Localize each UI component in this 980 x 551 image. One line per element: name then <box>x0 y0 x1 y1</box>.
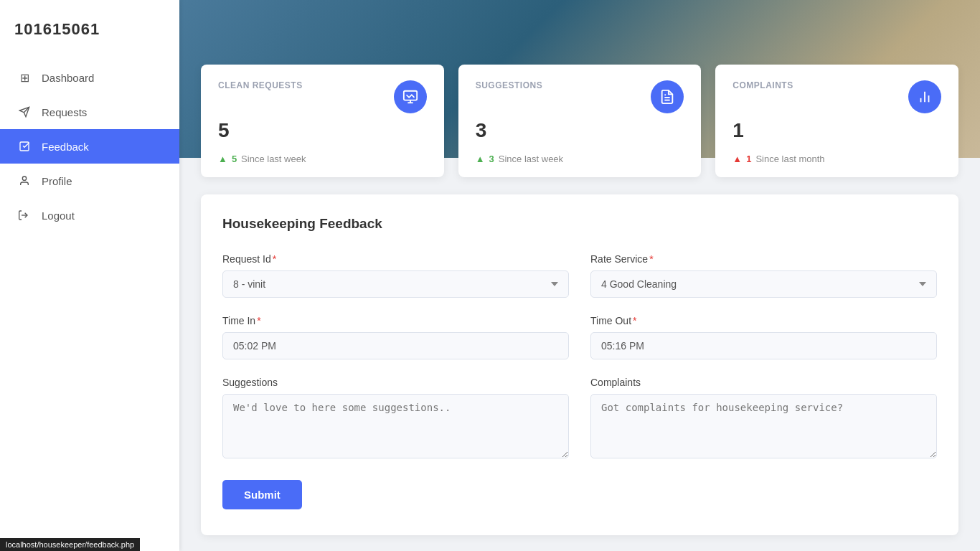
stat-card-complaints: COMPLAINTS 1 ▲ 1 Since last month <box>715 65 958 177</box>
requests-icon <box>17 105 32 119</box>
stat-card-clean-requests: CLEAN REQUESTS 5 ▲ 5 Since last week <box>201 65 444 177</box>
feedback-icon <box>17 139 32 154</box>
time-in-label: Time In* <box>222 315 569 326</box>
form-title: Housekeeping Feedback <box>222 216 937 232</box>
stat-icon-suggestions <box>651 80 684 113</box>
footer-value-suggestions: 3 <box>489 154 494 164</box>
footer-text-complaints: Since last month <box>755 154 824 164</box>
status-bar: localhost/housekeeper/feedback.php <box>0 538 140 551</box>
rate-service-label: Rate Service* <box>590 253 937 265</box>
form-group-request-id: Request Id* 8 - vinit 1 - john 2 - jane <box>222 253 569 298</box>
stat-value-clean-requests: 5 <box>218 119 427 142</box>
svg-rect-2 <box>20 142 29 151</box>
stat-card-suggestions: SUGGESTIONS 3 ▲ 3 Since last week <box>458 65 702 177</box>
profile-icon <box>17 174 32 188</box>
form-group-complaints: Complaints <box>590 377 937 458</box>
stat-label-complaints: COMPLAINTS <box>732 80 793 90</box>
footer-value-clean-requests: 5 <box>232 154 237 164</box>
stat-value-complaints: 1 <box>732 119 941 142</box>
content-area: Housekeeping Feedback Request Id* 8 - vi… <box>179 177 980 551</box>
main-content: CLEAN REQUESTS 5 ▲ 5 Since last week SUG… <box>179 0 980 551</box>
stat-value-suggestions: 3 <box>476 119 684 142</box>
form-group-suggestions: Suggestions <box>222 377 569 458</box>
sidebar-item-label-feedback: Feedback <box>42 141 89 153</box>
form-group-rate-service: Rate Service* 1 Poor 2 Fair 3 Average 4 … <box>590 253 937 298</box>
stat-card-header-suggestions: SUGGESTIONS <box>476 80 684 113</box>
form-row-1: Request Id* 8 - vinit 1 - john 2 - jane … <box>222 253 937 298</box>
logout-icon <box>17 208 32 222</box>
stat-icon-complaints <box>908 80 941 113</box>
trend-icon-clean-requests: ▲ <box>218 154 227 164</box>
sidebar-item-label-dashboard: Dashboard <box>42 72 94 84</box>
sidebar-item-profile[interactable]: Profile <box>0 164 179 198</box>
suggestions-label: Suggestions <box>222 377 569 388</box>
stat-footer-clean-requests: ▲ 5 Since last week <box>218 154 427 164</box>
form-group-time-in: Time In* <box>222 315 569 359</box>
footer-value-complaints: 1 <box>746 154 751 164</box>
stat-label-clean-requests: CLEAN REQUESTS <box>218 80 303 90</box>
status-url: localhost/housekeeper/feedback.php <box>6 540 134 549</box>
rate-service-select[interactable]: 1 Poor 2 Fair 3 Average 4 Good Cleaning … <box>590 270 937 298</box>
sidebar-item-dashboard[interactable]: ⊞ Dashboard <box>0 60 179 95</box>
request-id-select[interactable]: 8 - vinit 1 - john 2 - jane <box>222 270 569 298</box>
time-in-input[interactable] <box>222 332 569 359</box>
stat-card-header-complaints: COMPLAINTS <box>732 80 941 113</box>
trend-icon-complaints: ▲ <box>732 154 742 164</box>
suggestions-textarea[interactable] <box>222 394 569 458</box>
svg-point-3 <box>22 176 26 180</box>
feedback-form-card: Housekeeping Feedback Request Id* 8 - vi… <box>201 194 958 535</box>
sidebar-item-label-profile: Profile <box>42 175 72 187</box>
stats-row: CLEAN REQUESTS 5 ▲ 5 Since last week SUG… <box>179 65 980 177</box>
sidebar-item-feedback[interactable]: Feedback <box>0 129 179 164</box>
footer-text-clean-requests: Since last week <box>241 154 306 164</box>
form-group-time-out: Time Out* <box>590 315 937 359</box>
time-out-label: Time Out* <box>590 315 937 326</box>
request-id-label: Request Id* <box>222 253 569 265</box>
complaints-label: Complaints <box>590 377 937 388</box>
form-row-2: Time In* Time Out* <box>222 315 937 359</box>
trend-icon-suggestions: ▲ <box>476 154 485 164</box>
sidebar-item-label-requests: Requests <box>42 106 87 118</box>
sidebar-nav: ⊞ Dashboard Requests Feedback Profile <box>0 60 179 551</box>
sidebar-item-requests[interactable]: Requests <box>0 95 179 129</box>
footer-text-suggestions: Since last week <box>499 154 563 164</box>
dashboard-icon: ⊞ <box>17 70 32 85</box>
stat-footer-complaints: ▲ 1 Since last month <box>732 154 941 164</box>
stat-footer-suggestions: ▲ 3 Since last week <box>476 154 684 164</box>
time-out-input[interactable] <box>590 332 937 359</box>
stat-card-header: CLEAN REQUESTS <box>218 80 427 113</box>
stat-icon-clean-requests <box>394 80 427 113</box>
complaints-textarea[interactable] <box>590 394 937 458</box>
sidebar-item-label-logout: Logout <box>42 209 75 222</box>
sidebar-item-logout[interactable]: Logout <box>0 198 179 232</box>
submit-button[interactable]: Submit <box>222 480 302 509</box>
form-row-3: Suggestions Complaints <box>222 377 937 458</box>
stat-label-suggestions: SUGGESTIONS <box>476 80 543 90</box>
sidebar: 101615061 ⊞ Dashboard Requests Feedback … <box>0 0 179 551</box>
sidebar-logo: 101615061 <box>0 0 179 53</box>
